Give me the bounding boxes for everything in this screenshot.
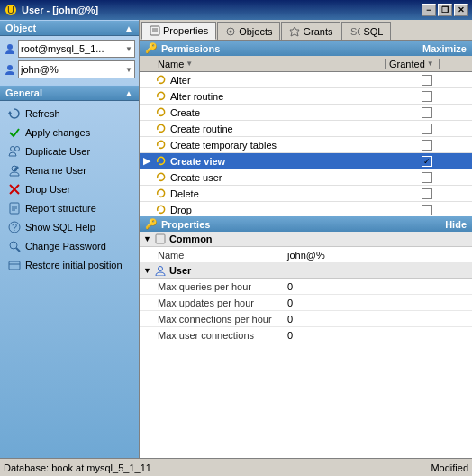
drop-label: Drop User xyxy=(25,184,70,195)
svg-point-3 xyxy=(7,65,13,70)
granted-col-header: Granted ▼ xyxy=(386,59,440,69)
refresh-icon xyxy=(7,106,22,121)
common-collapse-icon[interactable]: ▼ xyxy=(143,234,151,243)
restore-button[interactable]: ❐ xyxy=(438,4,452,16)
help-label: Show SQL Help xyxy=(25,222,95,233)
status-left: Database: book at mysql_5_1_11 xyxy=(4,462,151,473)
checkbox-8[interactable] xyxy=(422,205,432,215)
tab-grants-label: Grants xyxy=(303,26,332,37)
general-section-header: General ▲ xyxy=(0,85,139,101)
general-collapse-icon[interactable]: ▲ xyxy=(124,88,133,98)
table-header: Name ▼ Granted ▼ xyxy=(140,56,472,72)
name-col-label: Name xyxy=(158,59,184,69)
sql-tab-icon: SQL xyxy=(349,26,360,37)
object-collapse-icon[interactable]: ▲ xyxy=(124,23,133,33)
password-icon xyxy=(7,239,22,253)
checkbox-2[interactable] xyxy=(422,107,432,118)
svg-rect-18 xyxy=(9,261,20,270)
menu-item-help[interactable]: ? Show SQL Help xyxy=(4,218,135,236)
row-icon-4 xyxy=(154,138,168,152)
svg-rect-26 xyxy=(156,234,165,243)
table-row[interactable]: Alter xyxy=(140,72,472,88)
tab-properties-label: Properties xyxy=(163,25,208,36)
tab-sql[interactable]: SQL SQL xyxy=(341,22,391,40)
prop-value-name: john@% xyxy=(284,250,472,261)
right-panel: Properties Objects Grants SQL SQL 🔑 xyxy=(140,20,472,458)
prop-value-maxqueries: 0 xyxy=(284,281,472,292)
svg-point-16 xyxy=(10,242,17,249)
table-row[interactable]: Create xyxy=(140,105,472,121)
status-bar: Database: book at mysql_5_1_11 Modified xyxy=(0,458,472,476)
dropdown-arrow-1: ▼ xyxy=(125,45,132,53)
granted-sort-icon[interactable]: ▼ xyxy=(427,60,434,68)
root-user-value: root@mysql_5_1... xyxy=(21,43,104,54)
rename-icon xyxy=(7,163,22,178)
user-icon-2 xyxy=(4,63,16,76)
tab-grants[interactable]: Grants xyxy=(281,22,340,40)
close-button[interactable]: ✕ xyxy=(454,4,468,16)
root-user-row: root@mysql_5_1... ▼ xyxy=(4,40,135,58)
user-collapse-icon[interactable]: ▼ xyxy=(143,266,151,275)
row-icon-7 xyxy=(154,187,168,201)
table-row[interactable]: Drop xyxy=(140,202,472,216)
menu-item-apply[interactable]: Apply changes xyxy=(4,124,135,142)
prop-label-maxconnections: Max connections per hour xyxy=(140,314,284,325)
perm-name-8: Drop xyxy=(168,205,400,215)
restore-icon xyxy=(7,258,22,272)
menu-item-rename[interactable]: Rename User xyxy=(4,161,135,179)
tab-objects[interactable]: Objects xyxy=(217,22,280,40)
menu-item-restore[interactable]: Restore initial position xyxy=(4,256,135,274)
row-icon-0 xyxy=(154,73,168,87)
menu-item-drop[interactable]: Drop User xyxy=(4,180,135,198)
checkbox-0[interactable] xyxy=(422,75,432,86)
prop-value-maxupdates: 0 xyxy=(284,298,472,308)
name-sort-icon[interactable]: ▼ xyxy=(186,60,193,68)
row-icon-3 xyxy=(154,122,168,136)
perm-granted-7 xyxy=(400,188,454,199)
menu-item-report[interactable]: Report structure xyxy=(4,199,135,217)
prop-row-maxconnections: Max connections per hour 0 xyxy=(140,311,472,327)
tab-properties[interactable]: Properties xyxy=(141,22,216,40)
window-icon: U xyxy=(4,3,18,17)
table-row[interactable]: Create temporary tables xyxy=(140,137,472,153)
checkbox-3[interactable] xyxy=(422,124,432,134)
table-row[interactable]: Alter routine xyxy=(140,88,472,105)
table-row[interactable]: Create routine xyxy=(140,121,472,137)
table-row[interactable]: ▶ Create view xyxy=(140,153,472,169)
menu-item-refresh[interactable]: Refresh xyxy=(4,105,135,123)
restore-label: Restore initial position xyxy=(25,260,123,270)
properties-body: ▼ Common Name john@% ▼ User xyxy=(140,232,472,458)
refresh-label: Refresh xyxy=(25,108,60,119)
hide-button[interactable]: Hide xyxy=(445,219,467,230)
perm-granted-5 xyxy=(400,156,454,167)
prop-row-name: Name john@% xyxy=(140,247,472,263)
properties-section-title: Properties xyxy=(161,219,445,230)
svg-point-27 xyxy=(158,267,162,271)
menu-item-password[interactable]: Change Password xyxy=(4,237,135,255)
user-group-icon xyxy=(154,264,167,277)
perm-name-1: Alter routine xyxy=(168,91,400,102)
perm-granted-6 xyxy=(400,172,454,183)
window-controls: − ❐ ✕ xyxy=(422,4,468,16)
checkbox-6[interactable] xyxy=(422,172,432,183)
checkbox-5[interactable] xyxy=(422,156,432,167)
user-group-label: User xyxy=(169,265,191,276)
apply-label: Apply changes xyxy=(25,127,90,138)
john-user-dropdown[interactable]: john@% ▼ xyxy=(18,60,135,78)
properties-section-icon: 🔑 xyxy=(145,218,158,230)
maximize-button[interactable]: Maximize xyxy=(422,43,467,54)
prop-label-maxuserconnections: Max user connections xyxy=(140,330,284,341)
menu-item-duplicate[interactable]: Duplicate User xyxy=(4,142,135,160)
checkbox-7[interactable] xyxy=(422,188,432,199)
checkbox-1[interactable] xyxy=(422,91,432,102)
root-user-dropdown[interactable]: root@mysql_5_1... ▼ xyxy=(18,40,135,58)
name-col-header: Name ▼ xyxy=(154,59,386,69)
minimize-button[interactable]: − xyxy=(422,4,436,16)
perm-name-7: Delete xyxy=(168,188,400,199)
perm-name-0: Alter xyxy=(168,75,400,86)
table-row[interactable]: Create user xyxy=(140,169,472,186)
tab-bar: Properties Objects Grants SQL SQL xyxy=(140,20,472,41)
checkbox-4[interactable] xyxy=(422,140,432,151)
dropdown-arrow-2: ▼ xyxy=(125,66,132,74)
table-row[interactable]: Delete xyxy=(140,186,472,202)
